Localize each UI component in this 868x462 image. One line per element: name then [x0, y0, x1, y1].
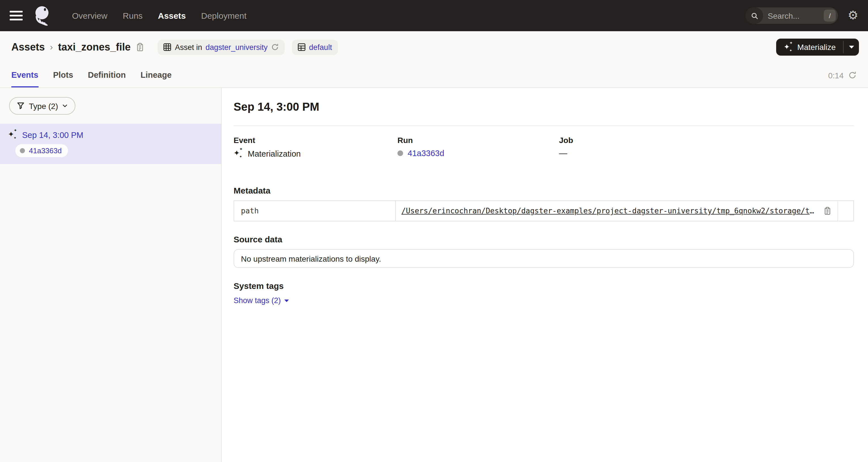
- asset-grid-icon: [163, 43, 172, 51]
- materialization-sparkle-icon: ✦✦✦: [234, 149, 243, 158]
- materialization-sparkle-icon: ✦✦✦: [8, 130, 18, 140]
- topnav-right: / ⚙: [746, 7, 858, 24]
- caret-down-icon: [284, 299, 289, 302]
- event-timestamp: Sep 14, 3:00 PM: [22, 130, 83, 139]
- refresh-status: 0:14: [828, 63, 857, 87]
- nav-item-overview[interactable]: Overview: [72, 11, 107, 21]
- dagster-logo-icon: [31, 4, 54, 28]
- metadata-value-cell: /Users/erincochran/Desktop/dagster-examp…: [396, 201, 838, 221]
- gear-icon[interactable]: ⚙: [847, 10, 858, 22]
- reload-location-icon[interactable]: [271, 43, 279, 51]
- search-input[interactable]: [763, 11, 824, 20]
- metadata-heading: Metadata: [234, 185, 854, 195]
- metadata-key-cell: path: [234, 201, 396, 221]
- event-detail-title: Sep 14, 3:00 PM: [234, 100, 854, 114]
- refresh-timer: 0:14: [828, 71, 844, 80]
- hamburger-menu-icon[interactable]: [10, 11, 23, 21]
- type-filter-button[interactable]: Type (2): [9, 97, 76, 115]
- chevron-down-icon: [62, 103, 68, 109]
- source-data-empty-message: No upstream materializations to display.: [234, 249, 854, 268]
- nav-item-assets[interactable]: Assets: [158, 11, 186, 21]
- run-id-link: 41a3363d: [29, 146, 62, 155]
- divider: [234, 125, 854, 126]
- caret-down-icon: [848, 46, 854, 49]
- materialize-dropdown-button[interactable]: [844, 38, 859, 56]
- search-icon: [746, 7, 763, 24]
- tab-definition[interactable]: Definition: [88, 63, 126, 87]
- metadata-path-link[interactable]: /Users/erincochran/Desktop/dagster-examp…: [401, 207, 818, 215]
- metadata-table: path /Users/erincochran/Desktop/dagster-…: [234, 200, 854, 221]
- asset-header: Assets › taxi_zones_file Asset in dagste…: [0, 31, 868, 63]
- event-column-label: Event: [234, 136, 397, 145]
- asset-group-badge: default: [292, 39, 338, 55]
- job-column: Job —: [559, 136, 854, 158]
- refresh-icon[interactable]: [848, 71, 857, 80]
- source-data-heading: Source data: [234, 234, 854, 244]
- show-tags-label: Show tags (2): [234, 296, 281, 305]
- type-filter-label: Type (2): [29, 101, 58, 110]
- materialize-label: Materialize: [798, 42, 836, 52]
- run-id-link[interactable]: 41a3363d: [408, 149, 444, 158]
- search-shortcut-key: /: [824, 10, 836, 22]
- nav-item-deployment[interactable]: Deployment: [201, 11, 247, 21]
- run-status-dot: [397, 150, 403, 156]
- event-run-badge[interactable]: 41a3363d: [15, 144, 68, 157]
- asset-location-badge: Asset in dagster_university: [158, 39, 285, 55]
- filter-funnel-icon: [17, 102, 25, 110]
- run-column-label: Run: [397, 136, 559, 145]
- metadata-actions-cell: [838, 201, 853, 221]
- job-column-label: Job: [559, 136, 854, 145]
- tab-plots[interactable]: Plots: [53, 63, 73, 87]
- asset-tabs: Events Plots Definition Lineage 0:14: [0, 63, 868, 88]
- run-column: Run 41a3363d: [397, 136, 559, 158]
- breadcrumb-separator: ›: [50, 42, 53, 52]
- job-value: —: [559, 149, 567, 158]
- event-type-value: Materialization: [248, 149, 301, 158]
- asset-group-icon: [298, 43, 306, 51]
- event-column: Event ✦✦✦ Materialization: [234, 136, 397, 158]
- materialize-button[interactable]: ✦✦✦ Materialize: [776, 38, 843, 56]
- materialize-sparkle-icon: ✦✦✦: [784, 42, 794, 52]
- event-list-item-selected[interactable]: ✦✦✦ Sep 14, 3:00 PM 41a3363d: [0, 124, 221, 164]
- materialize-button-group: ✦✦✦ Materialize: [776, 38, 859, 56]
- copy-path-icon[interactable]: [823, 207, 832, 215]
- event-summary: Event ✦✦✦ Materialization Run 41a3363d: [234, 136, 854, 158]
- breadcrumb-asset-name: taxi_zones_file: [58, 41, 131, 53]
- search-box[interactable]: /: [746, 7, 838, 24]
- events-sidebar: Type (2) ✦✦✦ Sep 14, 3:00 PM 41a3363d: [0, 88, 222, 462]
- event-detail-panel: Sep 14, 3:00 PM Event ✦✦✦ Materializatio…: [222, 88, 868, 462]
- dagster-app: Overview Runs Assets Deployment / ⚙ Asse…: [0, 0, 868, 462]
- run-status-dot: [20, 148, 25, 153]
- asset-in-label: Asset in: [175, 43, 202, 51]
- top-nav: Overview Runs Assets Deployment / ⚙: [0, 0, 868, 31]
- tab-events[interactable]: Events: [11, 63, 38, 87]
- asset-group-link[interactable]: default: [309, 43, 332, 51]
- nav-item-runs[interactable]: Runs: [123, 11, 143, 21]
- breadcrumb-assets[interactable]: Assets: [11, 41, 45, 53]
- show-tags-toggle[interactable]: Show tags (2): [234, 296, 289, 305]
- tab-lineage[interactable]: Lineage: [141, 63, 172, 87]
- code-location-link[interactable]: dagster_university: [206, 43, 268, 51]
- copy-asset-name-icon[interactable]: [136, 42, 145, 52]
- system-tags-heading: System tags: [234, 281, 854, 291]
- primary-nav: Overview Runs Assets Deployment: [72, 11, 247, 21]
- content-area: Type (2) ✦✦✦ Sep 14, 3:00 PM 41a3363d Se…: [0, 88, 868, 462]
